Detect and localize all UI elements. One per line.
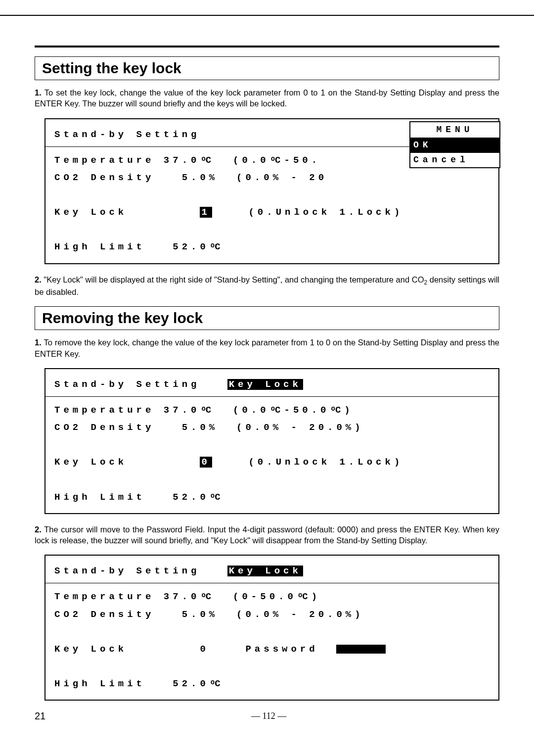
highlimit-value: 52.0 (173, 678, 209, 689)
display-panel-3: Stand-by Setting Key Lock Temperature 37… (44, 555, 499, 701)
temp-range: C (0-50.0 (206, 591, 297, 602)
display-panel-1: MENU OK Cancel Stand-by Setting Temperat… (44, 118, 499, 264)
set-step1-text: To set the key lock, change the value of… (35, 88, 499, 108)
panel3-title: Stand-by Setting (54, 566, 200, 576)
page: Setting the key lock 1. To set the key l… (0, 15, 534, 742)
menu-item-ok[interactable]: OK (410, 138, 499, 153)
remove-step1: 1. To remove the key lock, change the va… (35, 337, 499, 359)
degree-icon: o (201, 155, 205, 163)
set-step2-text-a: "Key Lock" will be displayed at the righ… (44, 275, 424, 284)
degree-icon: o (298, 591, 302, 599)
degree-icon: o (201, 405, 205, 413)
highlimit-label: High Limit (54, 241, 145, 252)
page-footer: 21 — 112 — (35, 710, 499, 722)
page-number-left: 21 (35, 710, 45, 722)
display-panel-2: Stand-by Setting Key Lock Temperature 37… (44, 368, 499, 514)
highlimit-value: 52.0 (173, 241, 209, 252)
keylock-badge: Key Lock (227, 379, 303, 390)
temp-range1: (0.0 (233, 405, 269, 416)
keylock-hint: (0.Unlock 1.Lock) (248, 207, 403, 218)
panel2-header: Stand-by Setting Key Lock (54, 376, 490, 393)
co2-value: 5.0% (182, 172, 219, 183)
step-number: 1. (35, 338, 44, 347)
remove-step1-text: To remove the key lock, change the value… (35, 338, 499, 358)
highlimit-value: 52.0 (173, 492, 209, 503)
menu-item-cancel[interactable]: Cancel (410, 153, 499, 167)
panel3-spacer2 (54, 658, 490, 675)
keylock-hint: (0.Unlock 1.Lock) (248, 457, 403, 468)
panel-divider (45, 583, 498, 583)
temp-range-end: C-50. (275, 155, 320, 166)
highlimit-label: High Limit (54, 678, 145, 689)
temp-value: 37.0 (164, 591, 200, 602)
step-number: 2. (35, 525, 44, 534)
keylock-label: Key Lock (54, 207, 127, 218)
keylock-label: Key Lock (54, 457, 127, 468)
panel3-header: Stand-by Setting Key Lock (54, 563, 490, 580)
degree-icon: o (211, 678, 215, 686)
step-number: 1. (35, 88, 44, 97)
panel2-temp: Temperature 37.0oC (0.0oC-50.0oC) (54, 402, 490, 419)
panel-divider (45, 396, 498, 397)
section-header-setting: Setting the key lock (35, 56, 499, 80)
temp-label: Temperature (54, 155, 154, 166)
degree-icon: o (271, 155, 275, 163)
panel3-keylock: Key Lock 0 Password (54, 641, 490, 658)
co2-range: (0.0% - 20 (236, 172, 327, 183)
panel2-keylock: Key Lock 0 (0.Unlock 1.Lock) (54, 454, 490, 471)
panel3-temp: Temperature 37.0oC (0-50.0oC) (54, 588, 490, 606)
temp-value: 37.0 (164, 155, 200, 166)
temp-label: Temperature (54, 591, 154, 602)
temp-value: 37.0 (164, 405, 200, 416)
set-step1: 1. To set the key lock, change the value… (35, 87, 499, 109)
panel3-highlimit: High Limit 52.0oC (54, 675, 490, 693)
temp-label: Temperature (54, 405, 154, 416)
temp-range-end: C) (302, 591, 320, 602)
divider (35, 46, 499, 47)
panel1-keylock: Key Lock 1 (0.Unlock 1.Lock) (54, 204, 490, 221)
section-title-setting: Setting the key lock (42, 60, 492, 77)
temp-range2: C-50.0 (275, 405, 329, 416)
degree-icon: o (271, 405, 275, 413)
keylock-badge: Key Lock (227, 566, 303, 576)
section-title-removing: Removing the key lock (42, 310, 492, 327)
panel2-spacer (54, 436, 490, 454)
page-number-center: — 112 — (251, 711, 286, 721)
co2-label: CO2 Density (54, 172, 154, 183)
panel3-co2: CO2 Density 5.0% (0.0% - 20.0%) (54, 606, 490, 623)
degree-icon: o (201, 591, 205, 599)
menu-popup: MENU OK Cancel (409, 121, 500, 169)
panel2-co2: CO2 Density 5.0% (0.0% - 20.0%) (54, 419, 490, 436)
highlimit-label: High Limit (54, 492, 145, 503)
panel1-spacer2 (54, 221, 490, 238)
keylock-line: Key Lock 0 Password (54, 644, 318, 655)
panel1-highlimit: High Limit 52.0oC (54, 238, 490, 256)
panel2-highlimit: High Limit 52.0oC (54, 489, 490, 506)
temp-range: (0.0 (233, 155, 269, 166)
panel2-spacer2 (54, 472, 490, 489)
panel3-spacer (54, 623, 490, 641)
temp-range3: C) (335, 405, 354, 416)
remove-step2: 2. The cursor will move to the Password … (35, 524, 499, 546)
keylock-value[interactable]: 0 (200, 457, 212, 468)
degree-icon: o (331, 405, 335, 413)
degree-icon: o (211, 492, 215, 500)
remove-step2-text: The cursor will move to the Password Fie… (35, 525, 499, 545)
keylock-value[interactable]: 1 (200, 207, 212, 218)
section-header-removing: Removing the key lock (35, 306, 499, 330)
menu-title: MENU (410, 122, 499, 138)
degree-icon: o (211, 241, 215, 249)
panel2-title: Stand-by Setting (54, 379, 200, 390)
panel1-spacer (54, 187, 490, 204)
panel1-co2: CO2 Density 5.0% (0.0% - 20 (54, 169, 490, 187)
footer-spacer (492, 711, 499, 721)
password-field[interactable] (336, 645, 386, 654)
step-number: 2. (35, 275, 44, 284)
set-step2: 2. "Key Lock" will be displayed at the r… (35, 274, 499, 298)
